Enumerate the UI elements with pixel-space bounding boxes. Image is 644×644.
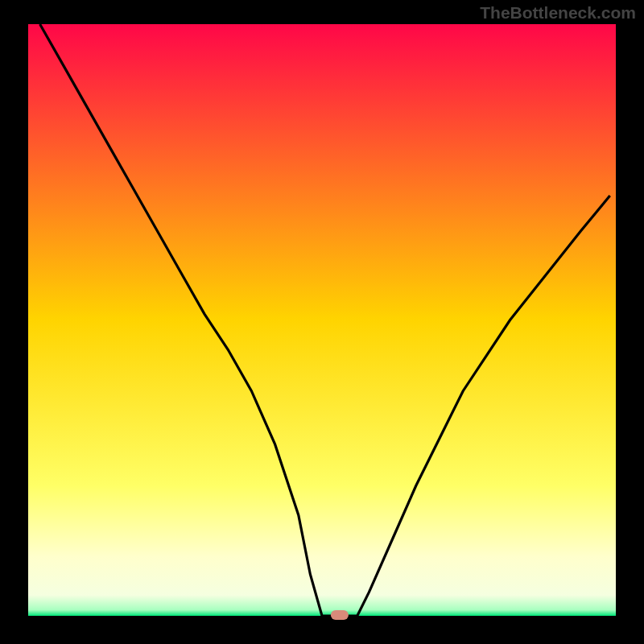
bottleneck-chart: TheBottleneck.com <box>0 0 644 644</box>
current-value-marker <box>331 610 349 620</box>
watermark-text: TheBottleneck.com <box>480 3 636 23</box>
plot-background <box>28 24 616 616</box>
chart-svg <box>0 0 644 644</box>
